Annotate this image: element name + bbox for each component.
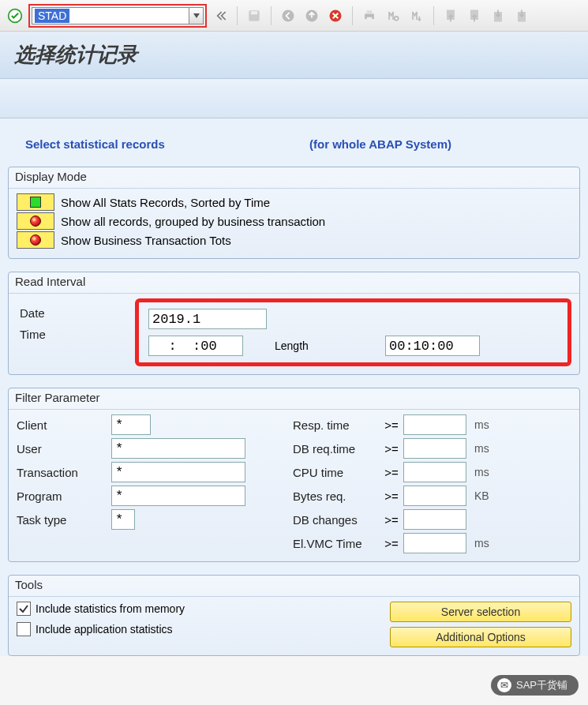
program-input[interactable]: [111, 486, 245, 506]
filter-grid: Client Resp. time >= ms User DB req.time…: [17, 414, 571, 553]
elvmctime-input[interactable]: [403, 533, 466, 553]
display-mode-title: Display Mode: [9, 167, 579, 189]
time-input[interactable]: [148, 336, 243, 356]
radio-icon-green: [17, 193, 54, 211]
ge-operator: >=: [380, 513, 403, 527]
include-memory-checkbox[interactable]: [17, 602, 31, 616]
back-button[interactable]: [278, 6, 298, 26]
radio-icon-red: [17, 231, 54, 249]
include-memory-label: Include statistics from memory: [36, 602, 185, 615]
length-label: Length: [275, 339, 354, 352]
read-interval-highlight: Length: [135, 298, 571, 366]
display-mode-label: Show all records, grouped by business tr…: [61, 215, 325, 228]
display-mode-label: Show Business Transaction Tots: [61, 234, 231, 247]
program-label: Program: [17, 489, 111, 503]
display-mode-opt-3[interactable]: Show Business Transaction Tots: [17, 231, 571, 249]
include-appstats-label: Include application statistics: [36, 623, 173, 636]
bytesreq-input[interactable]: [403, 486, 466, 506]
display-mode-group: Display Mode Show All Stats Records, Sor…: [8, 167, 580, 259]
content-area: Select statistical records (for whole AB…: [0, 118, 588, 656]
dbreqtime-input[interactable]: [403, 438, 466, 459]
svg-rect-2: [251, 11, 257, 14]
ge-operator: >=: [380, 489, 403, 503]
transaction-label: Transaction: [17, 466, 111, 479]
client-label: Client: [17, 418, 111, 432]
svg-rect-8: [367, 17, 373, 21]
find-button[interactable]: [383, 6, 403, 26]
user-input[interactable]: [111, 438, 245, 459]
tools-title: Tools: [9, 576, 579, 597]
tasktype-input[interactable]: [111, 509, 135, 530]
cputime-label: CPU time: [293, 466, 380, 479]
transaction-input[interactable]: [111, 462, 245, 482]
dbreqtime-unit: ms: [474, 442, 498, 455]
tools-group: Tools Include statistics from memory Inc…: [8, 575, 580, 656]
page-title: 选择统计记录: [14, 43, 137, 66]
ge-operator: >=: [380, 442, 403, 456]
cputime-input[interactable]: [403, 462, 466, 482]
server-selection-button[interactable]: Server selection: [390, 602, 571, 622]
tcode-dropdown-button[interactable]: [189, 7, 204, 24]
last-page-button[interactable]: [511, 6, 532, 26]
subheader-bar: [0, 79, 588, 118]
collapse-button[interactable]: [210, 6, 230, 26]
read-interval-group-2: Read Interval Date Time Length: [8, 272, 580, 375]
ge-operator: >=: [380, 466, 403, 479]
svg-point-3: [283, 9, 294, 21]
save-button[interactable]: [244, 6, 264, 26]
next-page-button[interactable]: [488, 6, 508, 26]
additional-options-button[interactable]: Additional Options: [390, 627, 571, 647]
time-label: Time: [17, 328, 119, 341]
tcode-field-highlight: STAD: [28, 4, 207, 28]
filter-parameter-title: Filter Parameter: [9, 388, 579, 410]
display-mode-opt-2[interactable]: Show all records, grouped by business tr…: [17, 212, 571, 230]
display-mode-opt-1[interactable]: Show All Stats Records, Sorted by Time: [17, 193, 571, 211]
dbchanges-label: DB changes: [293, 513, 380, 527]
toolbar-separator: [271, 6, 272, 25]
radio-icon-red: [17, 212, 54, 230]
svg-point-9: [395, 16, 399, 20]
dbreqtime-label: DB req.time: [293, 442, 380, 456]
enter-button[interactable]: [5, 6, 25, 26]
tasktype-label: Task type: [17, 513, 111, 527]
print-button[interactable]: [359, 6, 380, 26]
display-mode-label: Show All Stats Records, Sorted by Time: [61, 196, 270, 209]
resptime-input[interactable]: [403, 414, 466, 435]
toolbar-separator: [237, 6, 238, 25]
heading-left: Select statistical records: [25, 137, 309, 151]
main-toolbar: STAD: [0, 0, 588, 32]
bytesreq-label: Bytes req.: [293, 489, 380, 503]
screen-heading: Select statistical records (for whole AB…: [8, 118, 580, 167]
page-title-bar: 选择统计记录: [0, 32, 588, 79]
read-interval-title: Read Interval: [9, 272, 579, 294]
ge-operator: >=: [380, 537, 403, 550]
bytesreq-unit: KB: [474, 489, 498, 502]
user-label: User: [17, 442, 111, 456]
heading-right: (for whole ABAP System): [309, 137, 451, 151]
first-page-button[interactable]: [440, 6, 461, 26]
length-input[interactable]: [385, 336, 480, 356]
client-input[interactable]: [111, 414, 151, 435]
resptime-unit: ms: [474, 418, 498, 431]
cancel-button[interactable]: [325, 6, 346, 26]
filter-parameter-group: Filter Parameter Client Resp. time >= ms…: [8, 388, 580, 562]
elvmctime-label: El.VMC Time: [293, 537, 380, 550]
find-next-button[interactable]: [406, 6, 427, 26]
dbchanges-input[interactable]: [403, 509, 466, 530]
date-label: Date: [17, 306, 119, 320]
svg-rect-7: [367, 10, 373, 13]
tcode-input[interactable]: [32, 7, 189, 24]
resptime-label: Resp. time: [293, 418, 380, 432]
ge-operator: >=: [380, 418, 403, 432]
prev-page-button[interactable]: [464, 6, 485, 26]
toolbar-separator: [433, 6, 434, 25]
elvmctime-unit: ms: [474, 537, 498, 549]
toolbar-separator: [352, 6, 353, 25]
exit-button[interactable]: [301, 6, 322, 26]
include-appstats-checkbox[interactable]: [17, 622, 31, 636]
cputime-unit: ms: [474, 466, 498, 478]
date-input[interactable]: [148, 309, 267, 329]
